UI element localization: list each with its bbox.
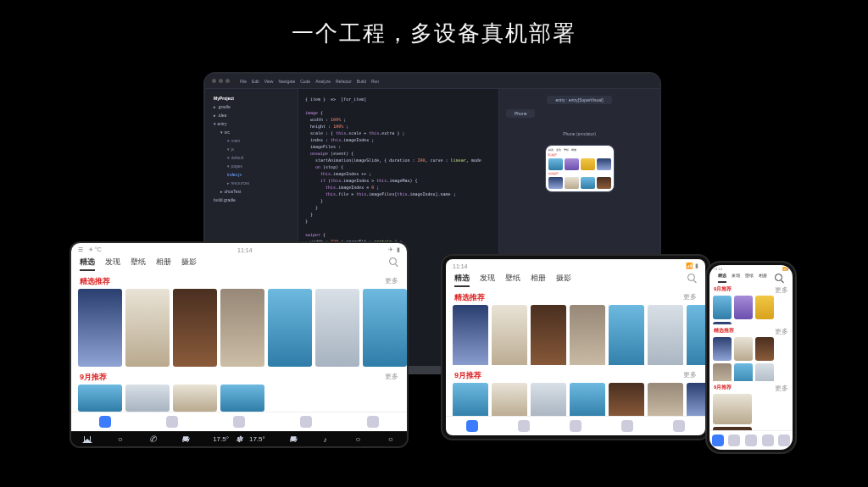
thumb-row[interactable] [71, 385, 407, 412]
thumb-row[interactable] [71, 289, 407, 367]
tab-wallpaper[interactable]: 壁纸 [505, 273, 520, 287]
thumb[interactable] [173, 289, 217, 367]
fan-icon[interactable] [234, 434, 244, 445]
menu-item[interactable]: Build [357, 79, 366, 84]
menu-item[interactable]: Edit [252, 79, 259, 84]
tab-discover[interactable]: 发现 [732, 273, 740, 283]
menu-item[interactable]: File [240, 79, 247, 84]
nav-item[interactable] [745, 434, 757, 446]
thumb[interactable] [78, 385, 122, 412]
thumb[interactable] [492, 383, 527, 416]
temp-left[interactable]: 17.5° [213, 435, 229, 443]
home-icon[interactable] [82, 434, 92, 445]
tab-featured[interactable]: 精选 [718, 273, 726, 283]
preview-tab[interactable]: entry : entry[SuperVisual] [547, 96, 611, 104]
more-link[interactable]: 更多 [683, 292, 697, 303]
seat-icon[interactable] [287, 434, 298, 445]
thumb[interactable] [453, 383, 488, 416]
nav-item[interactable] [728, 434, 740, 446]
thumb[interactable] [755, 296, 774, 319]
thumb[interactable] [363, 289, 407, 367]
thumb-row[interactable] [709, 337, 793, 381]
more-link[interactable]: 更多 [385, 276, 398, 287]
thumb[interactable] [609, 305, 644, 365]
nav-item[interactable] [233, 416, 245, 428]
tree-item[interactable]: ▾ default [210, 153, 292, 162]
thumb[interactable] [648, 305, 683, 365]
tab-featured[interactable]: 精选 [80, 257, 95, 271]
thumb[interactable] [78, 289, 122, 367]
thumb[interactable] [492, 305, 527, 365]
nav-item[interactable] [762, 434, 774, 446]
thumb[interactable] [125, 385, 170, 412]
tree-item[interactable]: ▾ pages [210, 162, 292, 170]
thumb[interactable] [713, 363, 732, 381]
tab-photo[interactable]: 摄影 [556, 273, 571, 287]
thumb[interactable] [713, 296, 732, 319]
thumb-row[interactable] [446, 305, 705, 365]
tab-photo[interactable]: 摄影 [181, 257, 197, 271]
tree-item-active[interactable]: index.js [210, 170, 292, 179]
thumb[interactable] [268, 289, 312, 367]
thumb[interactable] [220, 385, 264, 412]
more-link[interactable]: 更多 [385, 372, 398, 383]
menu-item[interactable]: Refactor [336, 79, 352, 84]
tree-item[interactable]: ▾ entry [210, 119, 292, 128]
search-icon[interactable] [388, 257, 398, 267]
tree-item[interactable]: ▸ resources [210, 179, 292, 187]
control-icon[interactable] [386, 434, 396, 445]
thumb[interactable] [734, 296, 753, 319]
nav-item[interactable] [166, 416, 178, 428]
thumb[interactable] [713, 394, 752, 424]
nav-item[interactable] [570, 420, 581, 432]
thumb[interactable] [315, 289, 359, 367]
more-link[interactable]: 更多 [775, 285, 788, 295]
thumb[interactable] [734, 363, 753, 381]
control-icon[interactable] [353, 434, 363, 445]
thumb[interactable] [609, 383, 644, 416]
thumb[interactable] [755, 337, 774, 361]
tree-item[interactable]: ▾ src [210, 128, 292, 136]
seat-icon[interactable] [181, 434, 191, 445]
nav-item[interactable] [518, 420, 530, 432]
menu-item[interactable]: Analyze [315, 79, 331, 84]
thumb[interactable] [531, 305, 566, 365]
thumb[interactable] [125, 289, 170, 367]
tree-item[interactable]: ▸ ohosTest [210, 187, 292, 196]
tree-item[interactable]: ▾ main [210, 136, 292, 145]
nav-item[interactable] [712, 434, 724, 446]
tab-discover[interactable]: 发现 [105, 257, 120, 271]
search-icon[interactable] [774, 273, 784, 283]
tab-wallpaper[interactable]: 壁纸 [131, 257, 146, 271]
thumb[interactable] [648, 383, 683, 416]
thumb[interactable] [734, 337, 753, 361]
nav-item[interactable] [778, 434, 790, 446]
nav-item[interactable] [99, 416, 111, 428]
thumb[interactable] [713, 337, 732, 361]
nav-item[interactable] [300, 416, 312, 428]
thumb[interactable] [531, 383, 566, 416]
tree-item[interactable]: ▾ js [210, 145, 292, 153]
thumb-row[interactable] [709, 296, 793, 324]
more-link[interactable]: 更多 [775, 384, 788, 393]
phone-icon[interactable] [147, 434, 158, 445]
tab-album[interactable]: 相册 [759, 273, 767, 283]
thumb[interactable] [173, 385, 217, 412]
search-icon[interactable] [687, 273, 697, 283]
tree-item[interactable]: build.gradle [210, 196, 292, 204]
menu-item[interactable]: Run [371, 79, 379, 84]
nav-item[interactable] [673, 420, 685, 432]
thumb[interactable] [220, 289, 264, 367]
thumb[interactable] [570, 305, 605, 365]
tree-item[interactable]: ▸ .idea [210, 111, 292, 119]
tab-discover[interactable]: 发现 [480, 273, 495, 287]
thumb[interactable] [453, 305, 488, 365]
tab-featured[interactable]: 精选 [454, 273, 470, 287]
more-link[interactable]: 更多 [683, 370, 697, 381]
thumb[interactable] [570, 383, 605, 416]
menu-item[interactable]: Code [300, 79, 310, 84]
thumb[interactable] [687, 383, 705, 416]
thumb-row[interactable] [709, 394, 793, 430]
tree-item[interactable]: ▸ .gradle [210, 102, 292, 111]
menu-item[interactable]: Navigate [278, 79, 295, 84]
